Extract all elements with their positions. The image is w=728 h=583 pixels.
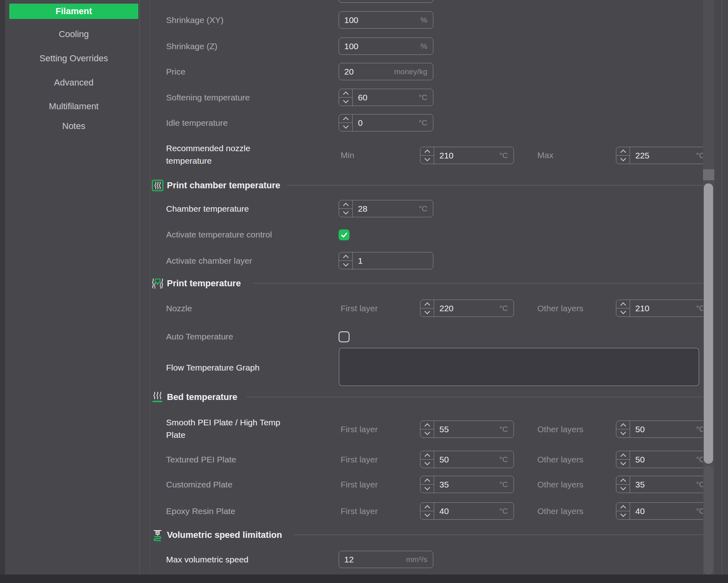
sidebar-item-advanced[interactable]: Advanced — [9, 75, 138, 90]
smooth-pei-first-layer-input[interactable]: 55 °C — [420, 421, 514, 438]
smooth-pei-other-layers-input[interactable]: 50 °C — [616, 421, 711, 438]
customized-plate-other-layers-value[interactable]: 35 — [630, 480, 696, 489]
epoxy-resin-other-layers-input[interactable]: 40 °C — [616, 502, 711, 520]
textured-pei-first-layer-input[interactable]: 50 °C — [420, 451, 514, 468]
spin-up-button[interactable] — [420, 300, 434, 308]
spin-up-button[interactable] — [616, 147, 630, 156]
sidebar-item-multifilament[interactable]: Multifilament — [9, 99, 138, 114]
spinner[interactable] — [616, 147, 630, 164]
spin-up-button[interactable] — [420, 476, 434, 485]
nozzle-first-layer-value[interactable]: 220 — [434, 304, 499, 313]
max-volumetric-speed-input[interactable]: 12 mm³/s — [339, 551, 433, 568]
spin-up-button[interactable] — [616, 451, 630, 460]
spin-up-button[interactable] — [420, 147, 434, 156]
spin-down-button[interactable] — [616, 460, 630, 468]
spin-down-button[interactable] — [616, 308, 630, 316]
spinner[interactable] — [420, 503, 434, 519]
spin-up-button[interactable] — [420, 503, 434, 511]
spin-down-button[interactable] — [339, 98, 352, 106]
nozzle-other-layers-value[interactable]: 210 — [630, 304, 696, 313]
shrinkage-xy-value[interactable]: 100 — [339, 15, 420, 25]
sidebar-item-cooling[interactable]: Cooling — [9, 27, 138, 42]
spinner[interactable] — [616, 451, 630, 468]
idle-temperature-value[interactable]: 0 — [353, 118, 419, 128]
spin-down-button[interactable] — [339, 261, 352, 269]
spin-up-button[interactable] — [339, 200, 352, 209]
spin-down-button[interactable] — [420, 485, 434, 493]
spin-up-button[interactable] — [616, 300, 630, 308]
cutoff-input[interactable] — [339, 0, 433, 3]
shrinkage-xy-input[interactable]: 100 % — [339, 11, 433, 29]
spin-up-button[interactable] — [339, 252, 352, 261]
activate-temperature-control-checkbox[interactable] — [339, 229, 349, 240]
spin-down-button[interactable] — [616, 511, 630, 519]
spinner[interactable] — [339, 200, 353, 217]
max-volumetric-speed-value[interactable]: 12 — [339, 555, 406, 564]
spin-up-button[interactable] — [420, 451, 434, 460]
softening-temperature-input[interactable]: 60 °C — [339, 89, 433, 106]
scrollbar-segment[interactable] — [703, 169, 714, 180]
spin-down-button[interactable] — [616, 485, 630, 493]
customized-plate-first-layer-input[interactable]: 35 °C — [420, 476, 514, 493]
spin-down-button[interactable] — [420, 460, 434, 468]
spinner[interactable] — [420, 476, 434, 493]
nozzle-first-layer-input[interactable]: 220 °C — [420, 300, 514, 317]
shrinkage-z-input[interactable]: 100 % — [339, 37, 433, 55]
softening-temperature-value[interactable]: 60 — [353, 93, 419, 102]
spin-down-button[interactable] — [339, 209, 352, 217]
activate-chamber-layer-input[interactable]: 1 — [339, 252, 433, 269]
spinner[interactable] — [616, 476, 630, 493]
spin-down-button[interactable] — [420, 429, 434, 437]
spin-up-button[interactable] — [616, 421, 630, 429]
spin-down-button[interactable] — [420, 308, 434, 316]
spinner[interactable] — [616, 300, 630, 316]
spin-down-button[interactable] — [420, 511, 434, 519]
textured-pei-other-layers-value[interactable]: 50 — [630, 455, 696, 464]
spinner[interactable] — [339, 89, 353, 106]
chamber-temperature-value[interactable]: 28 — [353, 204, 419, 214]
shrinkage-z-value[interactable]: 100 — [339, 42, 420, 51]
spin-up-button[interactable] — [339, 115, 352, 123]
nozzle-temp-max-value[interactable]: 225 — [630, 151, 696, 160]
textured-pei-first-layer-value[interactable]: 50 — [434, 455, 499, 464]
spin-up-button[interactable] — [616, 503, 630, 511]
smooth-pei-first-layer-value[interactable]: 55 — [434, 425, 499, 434]
spin-up-button[interactable] — [420, 421, 434, 429]
spinner[interactable] — [420, 147, 434, 164]
sidebar-item-notes[interactable]: Notes — [9, 119, 138, 134]
sidebar-item-setting-overrides[interactable]: Setting Overrides — [9, 51, 138, 66]
idle-temperature-input[interactable]: 0 °C — [339, 114, 433, 131]
nozzle-other-layers-input[interactable]: 210 °C — [616, 300, 711, 317]
spinner[interactable] — [420, 451, 434, 468]
customized-plate-first-layer-value[interactable]: 35 — [434, 480, 499, 489]
smooth-pei-other-layers-value[interactable]: 50 — [630, 425, 696, 434]
spinner[interactable] — [339, 252, 353, 269]
auto-temperature-checkbox[interactable] — [339, 331, 349, 342]
spin-down-button[interactable] — [616, 156, 630, 164]
spinner[interactable] — [339, 115, 353, 131]
textured-pei-other-layers-input[interactable]: 50 °C — [616, 451, 711, 468]
nozzle-temp-min-input[interactable]: 210 °C — [420, 147, 514, 164]
epoxy-resin-first-layer-value[interactable]: 40 — [434, 506, 499, 516]
customized-plate-other-layers-input[interactable]: 35 °C — [616, 476, 711, 493]
price-input[interactable]: 20 money/kg — [339, 63, 433, 80]
spinner[interactable] — [616, 503, 630, 519]
spinner[interactable] — [616, 421, 630, 437]
epoxy-resin-first-layer-input[interactable]: 40 °C — [420, 502, 514, 520]
price-value[interactable]: 20 — [339, 67, 394, 77]
spinner[interactable] — [420, 300, 434, 316]
spin-down-button[interactable] — [616, 429, 630, 437]
chamber-temperature-input[interactable]: 28 °C — [339, 200, 433, 217]
scrollbar-segment[interactable] — [704, 466, 713, 575]
sidebar-item-filament[interactable]: Filament — [9, 4, 138, 19]
spin-up-button[interactable] — [339, 89, 352, 98]
nozzle-temp-max-input[interactable]: 225 °C — [616, 147, 711, 164]
nozzle-temp-min-value[interactable]: 210 — [434, 151, 499, 160]
flow-temperature-graph-box[interactable] — [339, 348, 699, 386]
activate-chamber-layer-value[interactable]: 1 — [353, 256, 433, 266]
spinner[interactable] — [420, 421, 434, 437]
epoxy-resin-other-layers-value[interactable]: 40 — [630, 506, 696, 516]
spin-up-button[interactable] — [616, 476, 630, 485]
scrollbar-thumb[interactable] — [704, 183, 713, 464]
spin-down-button[interactable] — [420, 156, 434, 164]
